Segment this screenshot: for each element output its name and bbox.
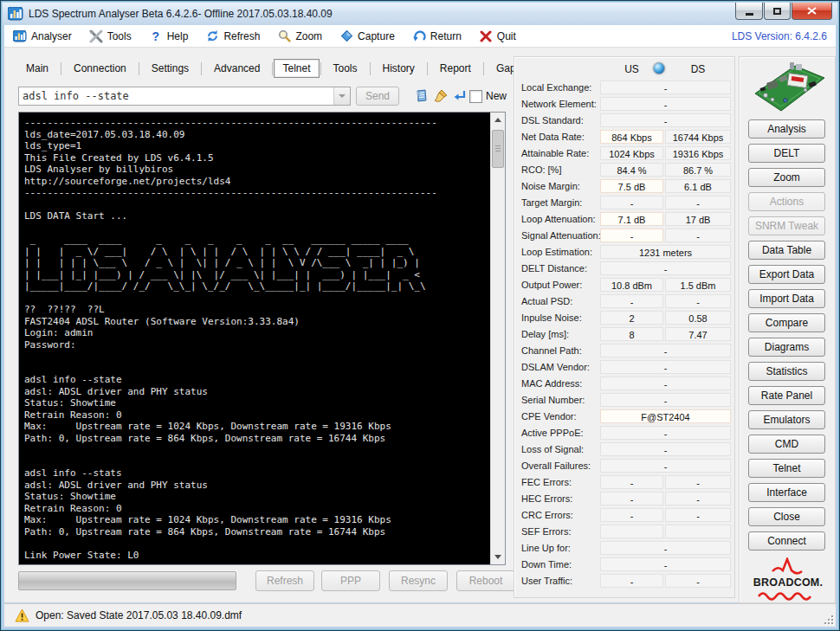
data-row-label: Target Margin:: [521, 197, 582, 208]
menu-quit[interactable]: Quit: [479, 29, 516, 43]
terminal-output[interactable]: ----------------------------------------…: [18, 112, 506, 565]
data-value-field: -: [600, 459, 731, 473]
terminal-scrollbar[interactable]: [490, 113, 505, 564]
action-button-connect[interactable]: Connect: [748, 531, 825, 551]
data-value-field: -: [600, 557, 731, 571]
svg-text:BROADCOM.: BROADCOM.: [753, 576, 823, 589]
close-icon: [807, 7, 817, 15]
action-button-rate-panel[interactable]: Rate Panel: [748, 386, 825, 405]
data-value-ds: 19316 Kbps: [665, 146, 731, 160]
maximize-button[interactable]: [764, 3, 791, 20]
data-value-ds: 1.5 dBm: [665, 278, 731, 292]
bottom-button-resync[interactable]: Resync: [389, 570, 448, 591]
action-button-actions[interactable]: Actions: [748, 192, 825, 211]
data-row-label: Loop Attenuation:: [521, 214, 596, 224]
action-button-data-table[interactable]: Data Table: [748, 241, 825, 260]
data-row-delay-ms: Delay [ms]:87.47: [514, 326, 734, 343]
action-button-export-data[interactable]: Export Data: [748, 265, 825, 284]
data-row-label: DSL Standard:: [521, 115, 584, 126]
action-button-telnet[interactable]: Telnet: [748, 459, 825, 478]
menu-help[interactable]: ? Help: [149, 29, 189, 43]
tab-main[interactable]: Main: [15, 60, 60, 77]
menu-tools[interactable]: Tools: [89, 29, 132, 43]
send-button[interactable]: Send: [356, 87, 399, 106]
data-row-crc-errors: CRC Errors:--: [514, 507, 734, 524]
bottom-button-refresh[interactable]: Refresh: [255, 570, 314, 591]
data-value-us: -: [600, 574, 663, 588]
action-button-import-data[interactable]: Import Data: [748, 289, 825, 308]
new-checkbox[interactable]: [469, 90, 482, 103]
triangle-up-icon: [494, 118, 501, 122]
notes-icon[interactable]: [414, 88, 430, 104]
data-row-inpulse-noise: Inpulse Noise:20.58: [514, 310, 734, 326]
tab-tools[interactable]: Tools: [322, 60, 369, 77]
tab-connection[interactable]: Connection: [62, 60, 138, 77]
data-value-ds: 6.1 dB: [665, 179, 731, 193]
tab-separator: [370, 62, 371, 75]
analyser-icon: [13, 29, 27, 43]
action-button-zoom[interactable]: Zoom: [748, 168, 825, 187]
action-button-close[interactable]: Close: [748, 507, 825, 526]
scroll-up-button[interactable]: [491, 113, 505, 127]
progress-bar: [18, 571, 236, 590]
minimize-button[interactable]: [735, 3, 763, 20]
tab-settings[interactable]: Settings: [140, 60, 200, 77]
data-row-rco-: RCO: [%]84.4 %86.7 %: [514, 162, 734, 178]
data-row-label: User Traffic:: [521, 576, 572, 586]
data-value-ds: 0.58: [665, 311, 731, 325]
data-value-ds: -: [665, 229, 731, 242]
data-row-overall-failures: Overall Failures:-: [514, 458, 734, 474]
data-row-network-element: Network Element:-: [514, 96, 734, 113]
tab-history[interactable]: History: [372, 60, 426, 77]
data-value-ds: -: [665, 492, 731, 505]
bottom-button-ppp[interactable]: PPP: [321, 570, 380, 591]
data-value-us: 84.4 %: [600, 163, 663, 177]
action-button-diagrams[interactable]: Diagrams: [748, 338, 825, 357]
data-value-field: 1231 meters: [600, 245, 731, 259]
data-value-us: -: [600, 196, 663, 209]
scrollbar-thumb[interactable]: [492, 130, 504, 168]
action-button-statistics[interactable]: Statistics: [748, 362, 825, 381]
action-button-cmd[interactable]: CMD: [748, 435, 825, 454]
action-button-emulators[interactable]: Emulators: [748, 410, 825, 429]
app-window: LDS Spectrum Analyser Beta 6.4.2.6- Offl…: [0, 0, 840, 631]
data-row-user-traffic: User Traffic:--: [514, 573, 734, 589]
bottom-button-reboot[interactable]: Reboot: [456, 570, 515, 591]
menu-zoom[interactable]: Zoom: [277, 29, 322, 43]
data-value-us: -: [600, 294, 663, 308]
menu-label: Return: [430, 30, 462, 42]
broadcom-logo: BROADCOM.: [746, 557, 830, 606]
zoom-icon: [277, 29, 291, 43]
command-combobox[interactable]: adsl info --state: [18, 87, 351, 106]
menu-return[interactable]: Return: [412, 29, 462, 43]
action-button-snrm-tweak[interactable]: SNRM Tweak: [748, 216, 825, 235]
tab-telnet[interactable]: Telnet: [274, 59, 319, 78]
data-row-channel-path: Channel Path:-: [514, 343, 734, 359]
action-button-delt[interactable]: DELT: [748, 144, 825, 163]
menu-refresh[interactable]: Refresh: [205, 29, 260, 43]
warning-icon: [15, 608, 29, 622]
data-row-loss-of-signal: Loss of Signal:-: [514, 441, 734, 458]
data-value-ds: 16744 Kbps: [665, 130, 731, 144]
tab-advanced[interactable]: Advanced: [203, 60, 271, 77]
data-row-output-power: Output Power:10.8 dBm1.5 dBm: [514, 277, 734, 293]
combo-dropdown-button[interactable]: [333, 87, 350, 105]
data-row-signal-attenuation: Signal Attenuation:--: [514, 228, 734, 244]
action-button-analysis[interactable]: Analysis: [748, 119, 825, 138]
new-checkbox-label: New: [486, 90, 507, 102]
close-button[interactable]: [792, 3, 832, 20]
menu-capture[interactable]: Capture: [339, 29, 395, 43]
data-value-field: -: [600, 360, 731, 374]
data-value-field: -: [600, 113, 731, 127]
resize-grip[interactable]: [823, 614, 833, 624]
action-button-interface[interactable]: Interface: [748, 483, 825, 502]
menu-analyser[interactable]: Analyser: [13, 29, 72, 43]
clear-brush-icon[interactable]: [433, 88, 449, 104]
data-row-label: Overall Failures:: [521, 460, 591, 471]
tab-report[interactable]: Report: [429, 60, 482, 77]
enter-arrow-icon[interactable]: [452, 88, 468, 104]
data-value-field: -: [600, 261, 731, 275]
data-value-us: -: [600, 475, 663, 489]
scroll-down-button[interactable]: [491, 550, 505, 564]
action-button-compare[interactable]: Compare: [748, 313, 825, 332]
